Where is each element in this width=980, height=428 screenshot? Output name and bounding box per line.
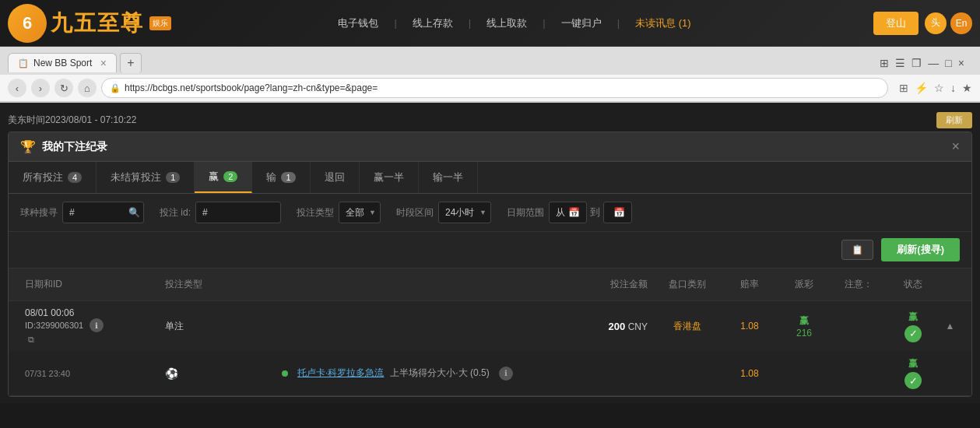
tab-all-label: 所有投注 xyxy=(23,170,63,184)
tab-win-badge: 2 xyxy=(223,171,237,182)
live-dot xyxy=(282,370,288,377)
date-text: 08/01 00:06 xyxy=(25,307,156,318)
bet-id-label: 投注 id: xyxy=(160,206,191,219)
date-from-input[interactable]: 从 📅 xyxy=(549,202,587,223)
time-period-select[interactable]: 24小时 今日 昨日 xyxy=(438,202,491,223)
tab-refund[interactable]: 退回 xyxy=(311,162,360,193)
tab-pending-label: 未结算投注 xyxy=(111,170,161,184)
export-button[interactable]: 📋 xyxy=(841,240,873,260)
td-odds: 1.08 xyxy=(722,319,777,333)
sport-search-label: 球种搜寻 xyxy=(20,206,58,219)
market-value: 香港盘 xyxy=(673,321,701,332)
bookmark-icon[interactable]: ★ xyxy=(962,82,972,94)
forward-button[interactable]: › xyxy=(31,79,50,97)
tab-pending-badge: 1 xyxy=(166,172,180,183)
avatar[interactable]: 头 xyxy=(925,12,947,34)
extensions-icon[interactable]: ❐ xyxy=(912,57,922,69)
menu-deposit[interactable]: 线上存款 xyxy=(413,16,453,30)
table-row: 08/01 00:06 ID:3299006301 ℹ ⧉ 单注 200 CNY xyxy=(9,301,971,396)
td-expand[interactable]: ▲ xyxy=(940,319,960,333)
tab-lose[interactable]: 输 1 xyxy=(252,162,310,193)
status-win-text: 赢 xyxy=(908,311,918,322)
tab-close-button[interactable]: × xyxy=(100,57,107,69)
logo-badge: 娱乐 xyxy=(149,16,171,30)
browser-tab-active[interactable]: 📋 New BB Sport × xyxy=(8,53,117,72)
bet-type-select-wrapper: 全部 单注 串关 xyxy=(339,202,381,223)
lock-icon: 🔒 xyxy=(110,83,121,93)
panel-close-button[interactable]: × xyxy=(951,139,960,155)
bet-type-group: 投注类型 全部 单注 串关 xyxy=(297,202,381,223)
new-tab-button[interactable]: + xyxy=(120,53,142,73)
menu-unread[interactable]: 未读讯息 (1) xyxy=(635,16,691,30)
amount-value: 200 xyxy=(609,321,626,332)
menu-wallet[interactable]: 电子钱包 xyxy=(338,16,378,30)
sub-status-check: ✓ xyxy=(904,372,922,389)
td-detail xyxy=(277,325,574,328)
tab-lose-half[interactable]: 输一半 xyxy=(419,162,478,193)
odds-value: 1.08 xyxy=(740,321,758,332)
copy-icon[interactable]: ⧉ xyxy=(28,335,34,344)
trophy-icon: 🏆 xyxy=(20,139,36,154)
menu-transfer[interactable]: 一键归户 xyxy=(561,16,602,30)
datetime-refresh-button[interactable]: 刷新 xyxy=(936,112,972,128)
grid-icon[interactable]: ⊞ xyxy=(899,82,908,94)
tab-win-half[interactable]: 赢一半 xyxy=(360,162,419,193)
refresh-search-button[interactable]: 刷新(搜寻) xyxy=(881,238,960,261)
th-expand xyxy=(940,282,960,288)
td-status: 赢 ✓ xyxy=(886,309,940,344)
bet-type-value: 单注 xyxy=(165,321,184,332)
avatar2[interactable]: En xyxy=(950,12,972,34)
menu-withdraw[interactable]: 线上取款 xyxy=(486,16,527,30)
tabs-row: 所有投注 4 未结算投注 1 赢 2 输 1 退回 赢一半 输一半 xyxy=(9,162,971,194)
window-minimize[interactable]: — xyxy=(928,57,939,69)
th-bet-type: 投注类型 xyxy=(160,275,277,294)
table-header: 日期和ID 投注类型 投注金额 盘口类别 赔率 派彩 注意： 状态 xyxy=(9,268,971,301)
tab-win-half-label: 赢一半 xyxy=(374,170,404,184)
payout-win-label: 赢 xyxy=(782,314,827,328)
th-payout: 派彩 xyxy=(777,275,831,294)
sport-search-input[interactable] xyxy=(66,207,128,218)
home-button[interactable]: ⌂ xyxy=(78,79,97,97)
td-date: 08/01 00:06 ID:3299006301 ℹ ⧉ xyxy=(20,306,160,346)
sub-detail-text: 上半场得分大小·大 (0.5) xyxy=(390,367,489,380)
back-button[interactable]: ‹ xyxy=(8,79,26,97)
status-check-icon: ✓ xyxy=(904,325,922,342)
lightning-icon[interactable]: ⚡ xyxy=(915,82,928,94)
window-close[interactable]: × xyxy=(958,57,964,69)
bet-type-select[interactable]: 全部 单注 串关 xyxy=(339,202,381,223)
datetime-text: 美东时间2023/08/01 - 07:10:22 xyxy=(8,114,136,127)
bet-panel: 🏆 我的下注纪录 × 所有投注 4 未结算投注 1 赢 2 输 1 退回 xyxy=(8,132,972,397)
star-icon[interactable]: ☆ xyxy=(934,82,944,94)
minimize-button[interactable]: ⊞ xyxy=(880,57,889,69)
address-bar[interactable]: 🔒 https://bcbgs.net/sportsbook/page?lang… xyxy=(101,78,888,98)
panel-title: 我的下注纪录 xyxy=(42,140,107,154)
login-button[interactable]: 登山 xyxy=(873,12,919,35)
team-link[interactable]: 托卢卡·科罗拉多急流 xyxy=(297,367,384,380)
sub-status-win: 赢 xyxy=(908,358,918,369)
tab-lose-badge: 1 xyxy=(281,172,295,183)
window-maximize[interactable]: □ xyxy=(945,57,951,69)
date-to-input[interactable]: 📅 xyxy=(603,202,632,223)
menu-icon[interactable]: ☰ xyxy=(895,57,905,69)
tab-all[interactable]: 所有投注 4 xyxy=(9,162,97,193)
th-amount: 投注金额 xyxy=(574,275,652,294)
th-odds: 赔率 xyxy=(722,275,777,294)
td-amount: 200 CNY xyxy=(574,319,652,334)
sub-odds: 1.08 xyxy=(722,367,777,381)
url-text: https://bcbgs.net/sportsbook/page?lang=z… xyxy=(125,82,378,93)
download-icon[interactable]: ↓ xyxy=(950,82,956,94)
browser-window-controls: ⊞ ☰ ❐ — □ × xyxy=(880,57,972,69)
tab-win[interactable]: 赢 2 xyxy=(195,162,252,193)
info-icon[interactable]: ℹ xyxy=(90,318,104,332)
bet-id-input[interactable] xyxy=(195,202,281,223)
tab-all-badge: 4 xyxy=(68,172,82,183)
sub-status: 赢 ✓ xyxy=(886,356,940,391)
date-from-text: 从 xyxy=(556,206,565,219)
sub-payout xyxy=(777,372,831,375)
sub-info-icon[interactable]: ℹ xyxy=(499,367,513,381)
tab-pending[interactable]: 未结算投注 1 xyxy=(97,162,195,193)
reload-button[interactable]: ↻ xyxy=(54,79,73,97)
td-market: 香港盘 xyxy=(652,318,722,335)
tab-label: New BB Sport xyxy=(33,58,92,68)
logo-circle: 6 xyxy=(8,4,47,43)
